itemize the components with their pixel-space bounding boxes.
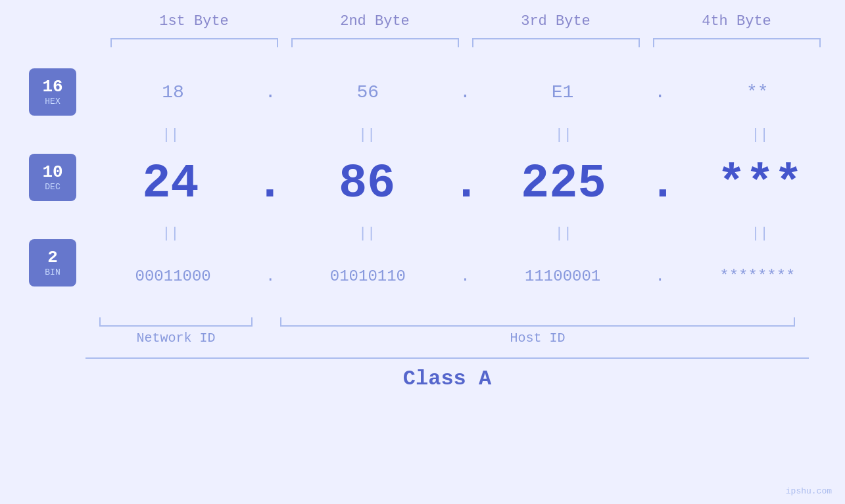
dec-dot3: . [648, 160, 675, 208]
network-id-area: Network ID [85, 317, 266, 346]
bin-value-row: 00011000 . 01010110 . 11100001 . *******… [85, 246, 845, 306]
bin-b3-cell: 11100001 [475, 267, 650, 285]
host-id-label: Host ID [510, 331, 565, 346]
values-grid: 18 . 56 . E1 . ** || || [85, 62, 845, 306]
main-content: 16 HEX 10 DEC 2 BIN [0, 62, 845, 306]
host-id-area: Host ID [266, 317, 809, 346]
bin-b4-value: ******** [719, 267, 795, 285]
badges-column: 16 HEX 10 DEC 2 BIN [0, 62, 85, 292]
byte4-label: 4th Byte [646, 13, 827, 30]
hex-dot1: . [260, 82, 280, 103]
bin-dot3: . [650, 267, 670, 285]
hex-b4-cell: ** [670, 82, 845, 103]
main-container: 1st Byte 2nd Byte 3rd Byte 4th Byte 16 H… [0, 0, 845, 504]
hex-b4-value: ** [746, 82, 769, 103]
hex-b3-value: E1 [552, 82, 574, 103]
bin-b2-value: 01010110 [330, 267, 406, 285]
dec-b2-value: 86 [339, 157, 395, 211]
dec-b1-value: 24 [142, 157, 199, 211]
host-id-bracket [280, 317, 796, 327]
header-row: 1st Byte 2nd Byte 3rd Byte 4th Byte [104, 13, 827, 30]
byte3-label: 3rd Byte [466, 13, 646, 30]
dec-b4-value: *** [717, 157, 803, 211]
bottom-section: Network ID Host ID Class A [0, 312, 845, 391]
dec-b2-cell: 86 [282, 157, 452, 211]
hex-value-row: 18 . 56 . E1 . ** [85, 62, 845, 122]
top-brackets [104, 36, 827, 49]
hex-b2-cell: 56 [280, 82, 455, 103]
bin-b3-value: 11100001 [525, 267, 600, 285]
dec-badge: 10 DEC [29, 154, 76, 201]
byte2-label: 2nd Byte [285, 13, 466, 30]
dec-badge-label: DEC [45, 182, 60, 192]
equals-row-1: || || || || [85, 122, 845, 148]
watermark: ipshu.com [786, 486, 832, 496]
eq1-b3: || [479, 127, 649, 143]
hex-b1-value: 18 [162, 82, 184, 103]
hex-b2-value: 56 [357, 82, 379, 103]
bracket-3 [472, 38, 640, 47]
hex-dot2: . [456, 82, 475, 103]
dec-value-row: 24 . 86 . 225 . *** [85, 148, 845, 220]
bin-b1-value: 00011000 [135, 267, 211, 285]
class-label: Class A [403, 367, 491, 391]
eq2-b2: || [282, 225, 452, 242]
hex-dot3: . [650, 82, 670, 103]
bin-badge-num: 2 [47, 248, 58, 267]
bin-b1-cell: 00011000 [85, 267, 260, 285]
dec-b3-cell: 225 [479, 157, 649, 211]
bin-dot1: . [260, 267, 280, 285]
dec-badge-num: 10 [42, 163, 62, 182]
hex-badge-label: HEX [45, 97, 60, 106]
dec-dot1: . [256, 160, 282, 208]
hex-badge-num: 16 [42, 78, 62, 97]
bracket-4 [653, 38, 821, 47]
network-id-bracket [99, 317, 253, 327]
bracket-1 [110, 38, 278, 47]
eq1-b1: || [85, 127, 256, 143]
bin-b2-cell: 01010110 [280, 267, 455, 285]
dec-b1-cell: 24 [85, 157, 256, 211]
eq1-b2: || [282, 127, 452, 143]
network-id-label: Network ID [136, 331, 215, 346]
bin-b4-cell: ******** [670, 267, 845, 285]
class-row: Class A [85, 357, 809, 391]
hex-b3-cell: E1 [475, 82, 650, 103]
bin-dot2: . [456, 267, 475, 285]
byte1-label: 1st Byte [104, 13, 285, 30]
equals-row-2: || || || || [85, 220, 845, 246]
dec-b3-value: 225 [521, 157, 606, 211]
bin-badge-label: BIN [45, 267, 60, 277]
eq1-b4: || [675, 127, 845, 143]
eq2-b1: || [85, 225, 256, 242]
hex-b1-cell: 18 [85, 82, 260, 103]
dec-dot2: . [452, 160, 479, 208]
eq2-b4: || [675, 225, 845, 242]
bin-badge: 2 BIN [29, 239, 76, 286]
dec-b4-cell: *** [675, 157, 845, 211]
hex-badge: 16 HEX [29, 68, 76, 116]
eq2-b3: || [479, 225, 649, 242]
bracket-2 [291, 38, 459, 47]
